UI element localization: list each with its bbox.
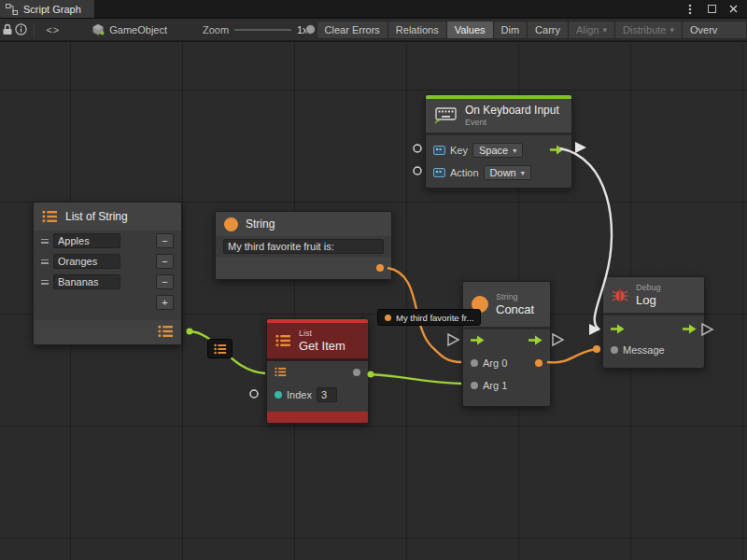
node-header[interactable]: On Keyboard Input Event — [426, 99, 571, 133]
list-input-port[interactable] — [275, 367, 287, 379]
node-header[interactable]: List Get Item — [267, 323, 368, 358]
list-item-row: − — [34, 251, 181, 272]
align-label: Align — [576, 24, 599, 35]
distribute-label: Distribute — [623, 24, 666, 35]
add-item-button[interactable]: + — [156, 295, 174, 310]
node-log[interactable]: Debug Log Message — [602, 276, 705, 369]
unconnected-port-icon[interactable] — [414, 145, 421, 152]
flow-output-port[interactable] — [529, 335, 543, 347]
zoom-slider-knob[interactable] — [305, 24, 316, 35]
list-output-row — [34, 320, 181, 344]
align-button[interactable]: Align ▾ — [568, 21, 615, 39]
info-icon[interactable] — [14, 20, 28, 40]
node-header[interactable]: Debug Log — [603, 277, 704, 313]
message-input-port[interactable] — [611, 346, 618, 354]
node-title: List of String — [65, 210, 128, 223]
code-icon[interactable]: <> — [40, 24, 65, 35]
error-footer-bar — [267, 412, 368, 423]
string-value-dot-icon — [385, 315, 391, 321]
key-dropdown[interactable]: Space ▾ — [472, 143, 523, 158]
graph-icon — [6, 4, 18, 15]
node-header[interactable]: List of String — [34, 203, 181, 231]
list-item-input-2[interactable] — [53, 274, 120, 289]
node-title: Concat — [496, 302, 534, 317]
item-output-port[interactable] — [353, 369, 360, 376]
action-dropdown[interactable]: Down ▾ — [484, 165, 531, 180]
gameobject-label: GameObject — [109, 24, 167, 35]
index-input-port[interactable] — [275, 391, 282, 399]
node-title: Get Item — [299, 339, 345, 354]
index-input[interactable] — [317, 387, 337, 402]
window-maximize-icon[interactable] — [705, 3, 718, 16]
keycap-icon — [433, 146, 445, 155]
flow-output-port[interactable] — [683, 324, 697, 336]
window-controls — [684, 0, 747, 18]
node-header[interactable]: String — [216, 212, 391, 236]
result-output-port[interactable] — [535, 359, 543, 367]
list-item-input-0[interactable] — [53, 233, 120, 248]
wire-getitem-to-concat[interactable] — [370, 374, 461, 384]
chevron-down-icon: ▾ — [521, 169, 525, 177]
flow-output-port[interactable] — [550, 145, 564, 157]
string-type-icon — [224, 217, 238, 231]
tab-script-graph[interactable]: Script Graph — [0, 0, 95, 18]
remove-item-button[interactable]: − — [156, 274, 174, 289]
flow-row — [463, 329, 550, 352]
title-bar: Script Graph — [0, 0, 747, 19]
clear-errors-button[interactable]: Clear Errors — [317, 21, 388, 39]
string-output-port[interactable] — [376, 264, 384, 272]
list-icon — [42, 210, 58, 223]
toolbar-buttons: Clear Errors Relations Values Dim Carry … — [317, 19, 747, 41]
arg0-input-port[interactable] — [471, 359, 478, 367]
graph-toolbar: <> GameObject Zoom 1x Clear Errors Relat… — [0, 19, 747, 41]
node-list-of-string[interactable]: List of String − − − + — [33, 202, 182, 345]
tab-title: Script Graph — [23, 4, 81, 15]
drag-handle-icon[interactable] — [41, 280, 49, 285]
dim-button[interactable]: Dim — [493, 21, 529, 39]
list-icon — [275, 367, 287, 377]
window-close-icon[interactable] — [726, 3, 740, 16]
node-get-item[interactable]: List Get Item Index — [266, 318, 369, 424]
node-title: String — [246, 217, 275, 231]
window-menu-icon[interactable] — [684, 3, 697, 16]
graph-canvas[interactable]: On Keyboard Input Event Key Space ▾ — [0, 42, 747, 560]
carry-button[interactable]: Carry — [527, 21, 569, 39]
unconnected-port-icon[interactable] — [414, 167, 421, 175]
gameobject-icon — [92, 23, 105, 35]
wire-arrowhead-icon — [589, 324, 600, 335]
flow-input-port[interactable] — [611, 324, 625, 336]
key-value: Space — [479, 145, 508, 156]
arg0-row: Arg 0 — [463, 352, 550, 374]
remove-item-button[interactable]: − — [156, 254, 174, 269]
zoom-slider[interactable] — [234, 23, 291, 36]
arg1-label: Arg 1 — [483, 380, 507, 391]
gameobject-ref[interactable]: GameObject — [92, 23, 167, 35]
flow-input-port[interactable] — [471, 335, 485, 347]
remove-item-button[interactable]: − — [156, 233, 174, 248]
action-port-row: Action Down ▾ — [426, 161, 571, 184]
lock-icon[interactable] — [0, 20, 14, 40]
distribute-button[interactable]: Distribute ▾ — [614, 21, 683, 39]
key-label: Key — [450, 145, 468, 156]
relations-button[interactable]: Relations — [388, 21, 447, 39]
wire-endpoint-dot — [187, 329, 193, 335]
wire-concat-to-log[interactable] — [547, 349, 598, 362]
node-on-keyboard-input[interactable]: On Keyboard Input Event Key Space ▾ — [425, 94, 572, 189]
wire-arrowhead-icon — [575, 142, 586, 153]
node-concat[interactable]: String Concat Arg 0 Arg 1 — [462, 281, 551, 407]
list-item-input-1[interactable] — [53, 254, 120, 269]
unconnected-port-icon[interactable] — [250, 390, 258, 398]
values-button[interactable]: Values — [446, 21, 494, 39]
list-item-row: − — [34, 272, 181, 292]
node-category: List — [299, 329, 345, 339]
drag-handle-icon[interactable] — [41, 259, 49, 264]
message-label: Message — [623, 344, 665, 356]
drag-handle-icon[interactable] — [41, 239, 49, 244]
string-value-input[interactable] — [223, 239, 384, 254]
overview-button[interactable]: Overv — [682, 21, 747, 39]
add-item-row: + — [34, 292, 181, 313]
arg1-input-port[interactable] — [471, 382, 478, 389]
list-output-port[interactable] — [158, 325, 174, 340]
node-subtitle: Event — [465, 118, 559, 128]
node-string-literal[interactable]: String — [215, 211, 392, 280]
